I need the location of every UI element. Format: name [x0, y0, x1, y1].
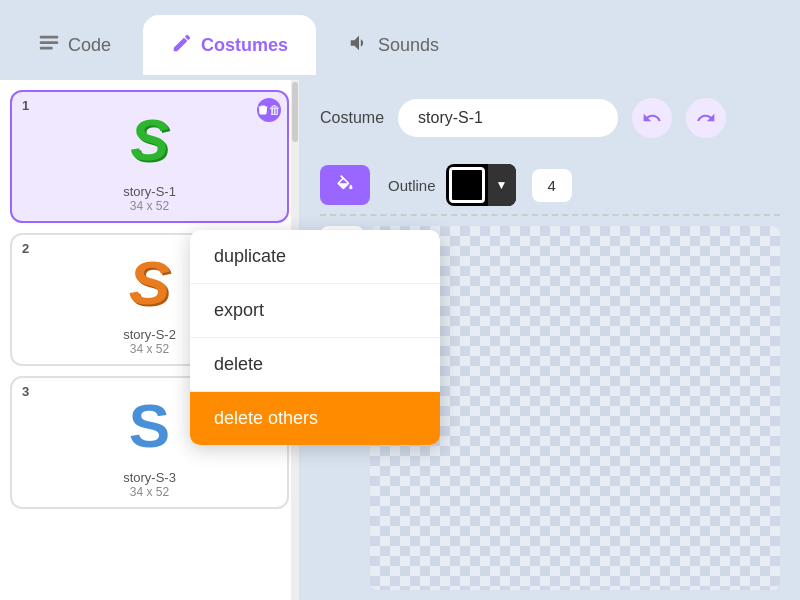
- costume-1-size: 34 x 52: [20, 199, 279, 213]
- code-icon: [38, 32, 60, 59]
- costume-3-size: 34 x 52: [20, 485, 279, 499]
- costumes-icon: [171, 32, 193, 59]
- costume-number-2: 2: [22, 241, 29, 256]
- toolbar-row: Outline ▼ 4: [300, 156, 800, 214]
- costume-item-1[interactable]: 1 🗑 S story-S-1 34 x 52: [10, 90, 289, 223]
- costume-3-name: story-S-3: [20, 470, 279, 485]
- tab-costumes[interactable]: Costumes: [143, 15, 316, 75]
- tab-bar: Code Costumes Sounds: [0, 0, 800, 80]
- fill-button[interactable]: [320, 165, 370, 205]
- tab-costumes-label: Costumes: [201, 35, 288, 56]
- context-menu-duplicate[interactable]: duplicate: [190, 230, 440, 284]
- costume-label: Costume: [320, 109, 384, 127]
- outline-value: 4: [532, 169, 572, 202]
- sounds-icon: [348, 32, 370, 59]
- outline-label: Outline: [388, 177, 436, 194]
- svg-rect-0: [40, 35, 58, 38]
- costume-2-letter: S: [129, 252, 170, 314]
- costume-3-letter: S: [129, 395, 170, 457]
- tab-sounds[interactable]: Sounds: [320, 15, 467, 75]
- costume-name-input[interactable]: [398, 99, 618, 137]
- costume-1-name: story-S-1: [20, 184, 279, 199]
- tab-code-label: Code: [68, 35, 111, 56]
- context-menu-delete-others[interactable]: delete others: [190, 392, 440, 445]
- tab-sounds-label: Sounds: [378, 35, 439, 56]
- redo-button[interactable]: [686, 98, 726, 138]
- outline-dropdown-arrow[interactable]: ▼: [488, 164, 516, 206]
- scroll-thumb: [292, 82, 298, 142]
- tab-code[interactable]: Code: [10, 15, 139, 75]
- context-menu-export[interactable]: export: [190, 284, 440, 338]
- costume-header: Costume: [300, 80, 800, 156]
- costume-1-preview: S: [80, 100, 220, 180]
- context-menu: duplicate export delete delete others: [190, 230, 440, 445]
- undo-button[interactable]: [632, 98, 672, 138]
- svg-rect-1: [40, 41, 58, 44]
- delete-costume-1-button[interactable]: 🗑: [257, 98, 281, 122]
- costume-number-3: 3: [22, 384, 29, 399]
- outline-color-control[interactable]: ▼: [446, 164, 516, 206]
- costume-1-letter: S: [130, 111, 169, 169]
- svg-rect-2: [40, 46, 53, 49]
- context-menu-delete[interactable]: delete: [190, 338, 440, 392]
- outline-color-box: [449, 167, 485, 203]
- costume-number-1: 1: [22, 98, 29, 113]
